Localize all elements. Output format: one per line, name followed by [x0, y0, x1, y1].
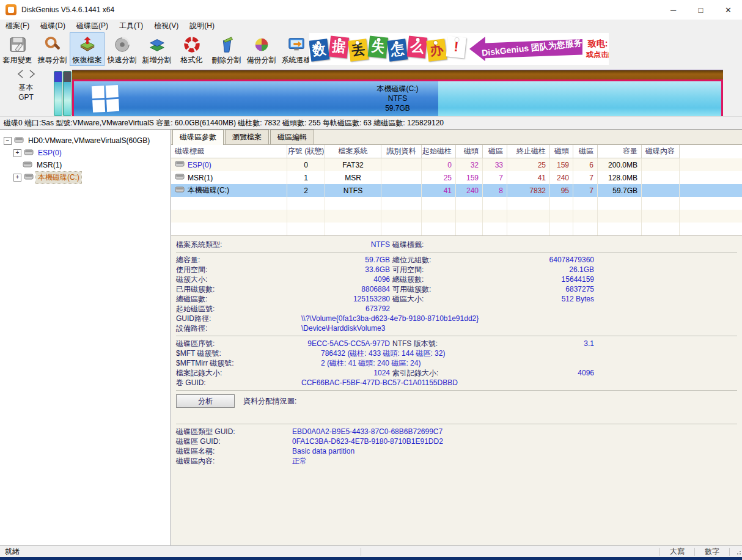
menu-bar: 檔案(F)磁碟(D)磁碟區(P)工具(T)檢視(V)說明(H)	[0, 20, 742, 32]
column-header-1[interactable]: 磁碟標籤	[171, 145, 287, 158]
minibar-esp[interactable]	[54, 71, 62, 116]
menu-item-2[interactable]: 磁碟(D)	[35, 20, 71, 32]
detail-label: 總容量:	[176, 255, 301, 265]
table-cell: 41	[507, 171, 550, 184]
partition-bar-c[interactable]: 本機磁碟(C:) NTFS 59.7GB	[72, 70, 723, 116]
minibar-msr[interactable]	[63, 71, 72, 116]
empty-cell	[381, 197, 422, 210]
empty-cell	[422, 223, 456, 235]
detail-value: 9ECC-5AC5-CC5A-977D	[301, 339, 390, 348]
maximize-button[interactable]: □	[687, 0, 714, 20]
detail-value: 3.1	[515, 339, 594, 348]
column-header-4[interactable]: 識別資料	[381, 145, 422, 158]
table-cell: MSR	[325, 171, 381, 184]
table-cell: 0	[422, 158, 456, 171]
banner-qq-link[interactable]: 或点击此处选择QQ咨询	[586, 50, 609, 60]
expand-box-icon[interactable]: +	[13, 149, 21, 157]
apply-changes-icon	[9, 35, 27, 54]
toolbar-button-apply-changes[interactable]: 套用變更	[0, 32, 35, 66]
toolbar-button-label: 新增分割	[142, 55, 172, 65]
pin-dot	[355, 41, 359, 45]
close-button[interactable]: ✕	[714, 0, 742, 20]
empty-table-row	[171, 197, 742, 210]
disk-free-strip	[72, 70, 723, 79]
empty-cell	[550, 197, 573, 210]
detail-row: 磁碟區名稱:Basic data partition	[176, 446, 742, 456]
column-header-2[interactable]: 序號 (狀態)	[287, 145, 325, 158]
toolbar-button-recover-files[interactable]: 恢復檔案	[70, 32, 105, 66]
menu-item-5[interactable]: 檢視(V)	[149, 20, 184, 32]
detail-label: 卷 GUID:	[176, 378, 301, 388]
table-cell: 159	[456, 171, 483, 184]
menu-item-3[interactable]: 磁碟區(P)	[71, 20, 114, 32]
tree-item-label: HD0:VMware,VMwareVirtualS(60GB)	[26, 136, 152, 146]
table-cell: 0	[287, 158, 325, 171]
table-cell: 7	[573, 184, 598, 197]
tab-1[interactable]: 磁碟區參數	[172, 130, 224, 145]
table-row[interactable]: MSR(1)1MSR251597412407128.0MB	[171, 171, 742, 184]
quick-partition-icon	[113, 35, 131, 54]
recover-files-icon	[78, 35, 97, 54]
empty-cell	[422, 210, 456, 223]
partition-icon	[175, 173, 185, 182]
table-cell: 25	[422, 171, 456, 184]
tab-2[interactable]: 瀏覽檔案	[225, 130, 269, 144]
tree-item-partition-3[interactable]: +本機磁碟(C:)	[0, 171, 171, 183]
banner-arrow-text: DiskGenius 团队为您服务	[469, 37, 583, 60]
banner-phone[interactable]: 致电: 400-008-9958	[588, 39, 609, 50]
prev-disk-icon[interactable]	[17, 70, 24, 80]
detail-value: 15644159	[515, 274, 594, 284]
window-bottom-edge	[0, 557, 742, 560]
right-panel: 磁碟區參數瀏覽檔案磁區編輯 磁碟標籤序號 (狀態)檔案系統識別資料起始磁柱磁頭磁…	[171, 130, 742, 545]
toolbar-button-format[interactable]: 格式化	[174, 32, 209, 66]
toolbar-button-new-partition[interactable]: 新增分割	[139, 32, 174, 66]
window-title: DiskGenius V5.4.6.1441 x64	[21, 6, 114, 14]
column-header-10[interactable]: 磁區	[573, 145, 598, 158]
column-header-7[interactable]: 磁區	[483, 145, 507, 158]
toolbar-button-delete-partition[interactable]: 刪除分割	[209, 32, 244, 66]
partition-label: ESP(0)	[188, 161, 211, 169]
detail-value	[515, 240, 594, 249]
table-row[interactable]: 本機磁碟(C:)2NTFS412408783295759.7GB	[171, 184, 742, 197]
pin-dot	[455, 38, 459, 42]
column-header-12[interactable]: 磁碟內容	[642, 145, 680, 158]
detail-row: 已用磁簇數:8806884可用磁簇數:6837275	[176, 284, 742, 294]
tab-3[interactable]: 磁區編輯	[270, 130, 314, 144]
detail-row: 總容量:59.7GB總位元組數:64078479360	[176, 255, 742, 265]
disk-scheme-label: GPT	[0, 92, 52, 102]
detail-label: 磁碟區 GUID:	[176, 437, 292, 446]
table-row[interactable]: ESP(0)0FAT3203233251596200.0MB	[171, 158, 742, 171]
analyze-button[interactable]: 分析	[176, 394, 235, 408]
menu-item-6[interactable]: 說明(H)	[184, 20, 220, 32]
expand-box-icon[interactable]: +	[13, 174, 21, 182]
disk-info-line: 磁碟0 端口:Sas 型號:VMware,VMwareVirtualS 容量: …	[0, 116, 742, 130]
promo-banner[interactable]: 数据丢失怎么办! DiskGenius 团队为您服务 致电: 400-008-9…	[309, 33, 609, 65]
collapse-box-icon[interactable]: −	[4, 137, 12, 145]
detail-label: 可用空間:	[392, 265, 515, 274]
tree-item-partition-1[interactable]: +ESP(0)	[0, 147, 171, 159]
toolbar-button-search-partition[interactable]: 搜尋分割	[35, 32, 70, 66]
menu-item-4[interactable]: 工具(T)	[114, 20, 149, 32]
minimize-button[interactable]: ─	[659, 0, 687, 20]
empty-cell	[507, 223, 550, 235]
table-cell: 7	[483, 171, 507, 184]
toolbar-button-quick-partition[interactable]: 快速分割	[105, 32, 139, 66]
column-header-8[interactable]: 終止磁柱	[507, 145, 550, 158]
resize-grip[interactable]	[733, 547, 742, 556]
toolbar-button-backup-partition[interactable]: 備份分割	[244, 32, 279, 66]
column-header-9[interactable]: 磁頭	[550, 145, 573, 158]
tree-item-partition-2[interactable]: MSR(1)	[0, 159, 171, 171]
column-header-5[interactable]: 起始磁柱	[422, 145, 456, 158]
toolbar-button-system-migration[interactable]: 系統遷移	[279, 32, 314, 66]
column-header-6[interactable]: 磁頭	[456, 145, 483, 158]
next-disk-icon[interactable]	[28, 70, 35, 80]
column-header-11[interactable]: 容量	[598, 145, 642, 158]
detail-label: 總磁區數:	[176, 294, 301, 304]
menu-item-1[interactable]: 檔案(F)	[0, 20, 35, 32]
table-cell	[642, 184, 680, 197]
column-header-3[interactable]: 檔案系統	[325, 145, 381, 158]
toolbar-button-label: 刪除分割	[212, 55, 241, 65]
tree-item-root[interactable]: −HD0:VMware,VMwareVirtualS(60GB)	[0, 134, 171, 147]
empty-cell	[287, 197, 325, 210]
partition-label-cell: ESP(0)	[171, 158, 287, 171]
